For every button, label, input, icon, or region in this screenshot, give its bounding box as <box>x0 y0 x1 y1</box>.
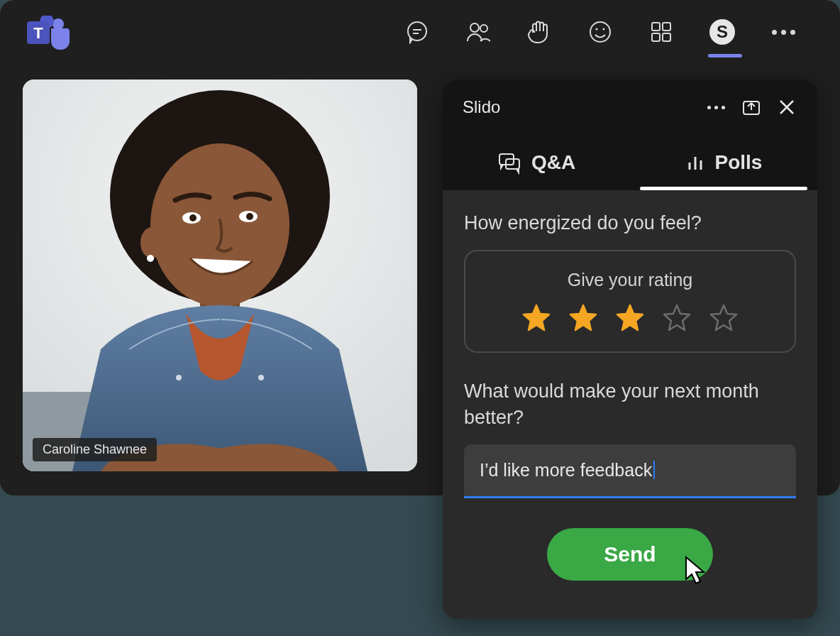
panel-header: Slido <box>443 80 817 135</box>
active-app-underline <box>708 54 742 57</box>
svg-point-9 <box>590 22 610 42</box>
svg-point-24 <box>189 214 197 221</box>
poll2-question: What would make your next month better? <box>464 378 796 430</box>
reactions-icon[interactable] <box>586 18 614 46</box>
svg-rect-12 <box>652 23 660 31</box>
svg-point-10 <box>596 28 598 31</box>
svg-point-7 <box>470 23 479 32</box>
teams-logo: T <box>26 16 70 50</box>
send-button[interactable]: Send <box>547 528 712 581</box>
more-icon[interactable] <box>769 18 797 46</box>
raise-hand-icon[interactable] <box>525 18 553 46</box>
slido-badge: S <box>709 19 735 45</box>
rating-star-3[interactable] <box>616 303 644 331</box>
people-icon[interactable] <box>464 18 492 46</box>
panel-title: Slido <box>463 97 691 117</box>
tab-polls-label: Polls <box>715 151 763 174</box>
svg-point-21 <box>140 227 163 258</box>
tab-qa[interactable]: Q&A <box>443 135 630 190</box>
popout-icon[interactable] <box>741 97 762 118</box>
rating-star-4[interactable] <box>663 303 691 331</box>
svg-point-8 <box>480 25 487 32</box>
open-text-value: I’d like more feedback <box>480 460 652 480</box>
panel-tabs: Q&A Polls <box>443 135 817 190</box>
rating-star-2[interactable] <box>569 303 597 331</box>
rooms-icon[interactable] <box>647 18 675 46</box>
panel-body: How energized do you feel? Give your rat… <box>443 190 817 601</box>
rating-star-5[interactable] <box>709 303 738 331</box>
slido-app-icon[interactable]: S <box>708 18 736 46</box>
meeting-toolbar: T <box>0 0 840 64</box>
rating-stars <box>480 303 780 331</box>
text-caret <box>653 461 655 479</box>
svg-point-26 <box>246 213 253 220</box>
svg-rect-13 <box>663 23 670 31</box>
svg-point-27 <box>176 375 182 380</box>
rating-star-1[interactable] <box>522 303 551 331</box>
open-text-input[interactable]: I’d like more feedback <box>464 444 796 498</box>
participant-video-tile[interactable]: Caroline Shawnee <box>23 80 417 471</box>
svg-point-22 <box>147 255 154 262</box>
participant-video-placeholder <box>23 80 417 471</box>
tab-polls[interactable]: Polls <box>630 135 817 190</box>
svg-point-28 <box>258 375 264 380</box>
close-icon[interactable] <box>776 97 797 118</box>
slido-letter: S <box>717 22 728 42</box>
svg-point-11 <box>603 28 605 31</box>
tab-qa-label: Q&A <box>531 151 575 174</box>
svg-rect-14 <box>652 33 660 41</box>
svg-rect-15 <box>663 33 670 41</box>
participant-name-tag: Caroline Shawnee <box>33 438 157 461</box>
rating-label: Give your rating <box>480 270 780 290</box>
rating-card: Give your rating <box>464 250 796 353</box>
panel-more-icon[interactable] <box>705 97 726 118</box>
svg-text:T: T <box>33 24 43 42</box>
poll1-question: How energized do you feel? <box>464 210 796 236</box>
slido-panel: Slido Q&A <box>443 80 817 619</box>
svg-point-0 <box>52 18 64 30</box>
chat-icon[interactable] <box>403 18 431 46</box>
